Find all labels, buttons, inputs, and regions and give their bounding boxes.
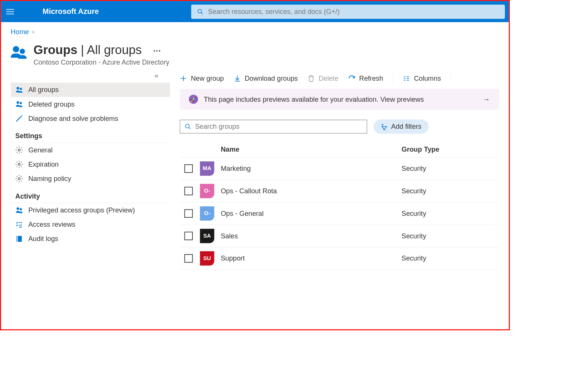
svg-line-1	[201, 12, 202, 14]
group-type: Security	[402, 187, 499, 195]
refresh-icon	[348, 75, 355, 82]
sidebar-item-label: Deleted groups	[28, 100, 74, 108]
groups-icon	[15, 100, 23, 108]
row-checkbox[interactable]	[184, 209, 193, 218]
svg-point-11	[16, 207, 19, 210]
search-groups-field[interactable]	[195, 123, 362, 131]
group-type: Security	[402, 209, 499, 217]
svg-point-10	[18, 178, 20, 179]
filter-row: Add filters	[180, 119, 499, 134]
sidebar-section-settings: Settings	[11, 126, 170, 143]
group-avatar: O-	[200, 206, 214, 221]
hamburger-menu-icon[interactable]	[5, 6, 15, 17]
search-groups-input[interactable]	[180, 120, 367, 133]
page-header: Groups | All groups ⋯ Contoso Corporatio…	[11, 43, 499, 66]
download-groups-button[interactable]: Download groups	[234, 75, 298, 83]
group-avatar: SU	[200, 251, 214, 265]
groups-icon	[15, 86, 23, 94]
sidebar-section-activity: Activity	[11, 186, 170, 203]
table-row[interactable]: O- Ops - Callout Rota Security	[180, 180, 499, 202]
sidebar-item-label: Naming policy	[28, 175, 71, 183]
table-row[interactable]: SU Support Security	[180, 247, 499, 270]
table-row[interactable]: O- Ops - General Security	[180, 202, 499, 225]
sidebar-item-label: All groups	[28, 86, 58, 94]
columns-button[interactable]: Columns	[403, 75, 441, 83]
row-checkbox[interactable]	[184, 164, 193, 173]
svg-point-12	[20, 208, 22, 210]
sidebar-item-general[interactable]: General	[11, 143, 170, 157]
column-header-type[interactable]: Group Type	[402, 146, 499, 154]
preview-banner: 🚀 This page includes previews available …	[180, 89, 499, 110]
global-search-input[interactable]	[208, 8, 499, 15]
toolbar-label: Download groups	[244, 75, 298, 83]
add-filters-label: Add filters	[391, 123, 422, 131]
search-icon	[184, 123, 191, 130]
group-type: Security	[402, 255, 499, 262]
rocket-icon: 🚀	[189, 95, 198, 104]
sidebar-item-label: Expiration	[28, 160, 58, 168]
column-header-name[interactable]: Name	[221, 146, 402, 154]
group-name: Support	[221, 255, 402, 262]
toolbar-separator	[451, 74, 451, 83]
row-checkbox[interactable]	[184, 187, 193, 196]
wrench-icon	[15, 114, 23, 122]
group-avatar: SA	[200, 229, 214, 243]
groups-icon	[11, 45, 28, 61]
gear-icon	[15, 160, 23, 168]
sidebar-item-naming-policy[interactable]: Naming policy	[11, 172, 170, 186]
main-panel: New group Download groups Delete Refresh	[170, 72, 499, 270]
collapse-sidebar-icon[interactable]: «	[11, 72, 170, 80]
svg-point-7	[20, 102, 22, 104]
toolbar-separator	[393, 74, 393, 83]
svg-point-25	[186, 124, 189, 128]
add-filters-button[interactable]: Add filters	[374, 119, 429, 134]
group-name: Ops - General	[221, 209, 402, 217]
page-subtitle: Contoso Corporation - Azure Active Direc…	[33, 58, 169, 66]
new-group-button[interactable]: New group	[180, 75, 224, 83]
sidebar-item-privileged-access[interactable]: Privileged access groups (Preview)	[11, 203, 170, 217]
svg-point-0	[198, 9, 202, 13]
toolbar: New group Download groups Delete Refresh	[180, 72, 499, 89]
brand-label[interactable]: Microsoft Azure	[23, 7, 99, 16]
toolbar-label: Refresh	[359, 75, 383, 83]
gear-icon	[15, 175, 23, 183]
sidebar-item-label: Access reviews	[28, 221, 75, 229]
page-title: Groups | All groups ⋯	[33, 43, 161, 56]
group-name: Ops - Callout Rota	[221, 187, 402, 195]
sidebar-item-all-groups[interactable]: All groups	[11, 83, 170, 97]
toolbar-label: Columns	[414, 75, 441, 83]
table-row[interactable]: MA Marketing Security	[180, 158, 499, 180]
svg-point-5	[20, 88, 22, 90]
more-actions-icon[interactable]: ⋯	[153, 46, 162, 55]
refresh-button[interactable]: Refresh	[348, 75, 383, 83]
global-search[interactable]	[191, 5, 505, 19]
group-type: Security	[402, 232, 499, 240]
group-name: Marketing	[221, 165, 402, 173]
svg-marker-29	[382, 126, 387, 130]
sidebar-item-label: General	[28, 146, 52, 154]
book-icon	[15, 235, 23, 243]
group-avatar: MA	[200, 161, 214, 176]
breadcrumb: Home ›	[11, 28, 499, 36]
sidebar-item-diagnose[interactable]: Diagnose and solve problems	[11, 111, 170, 126]
top-bar: Microsoft Azure	[1, 1, 509, 22]
banner-text[interactable]: This page includes previews available fo…	[204, 95, 424, 103]
row-checkbox[interactable]	[184, 232, 193, 240]
svg-point-4	[16, 87, 19, 89]
gear-icon	[15, 146, 23, 154]
sidebar-item-deleted-groups[interactable]: Deleted groups	[11, 97, 170, 111]
row-checkbox[interactable]	[184, 254, 193, 263]
table-row[interactable]: SA Sales Security	[180, 225, 499, 247]
arrow-right-icon[interactable]: →	[483, 95, 490, 104]
toolbar-label: New group	[191, 75, 224, 83]
search-icon	[197, 8, 203, 15]
sidebar-item-expiration[interactable]: Expiration	[11, 157, 170, 172]
breadcrumb-home[interactable]: Home	[11, 28, 29, 36]
filter-plus-icon	[381, 123, 388, 130]
groups-table: Name Group Type MA Marketing Security O-…	[180, 142, 499, 270]
sidebar-item-audit-logs[interactable]: Audit logs	[11, 232, 170, 246]
trash-icon	[308, 75, 315, 82]
svg-point-3	[20, 49, 25, 54]
sidebar: « All groups Deleted groups Diagnose and…	[11, 72, 170, 270]
sidebar-item-access-reviews[interactable]: Access reviews	[11, 217, 170, 232]
